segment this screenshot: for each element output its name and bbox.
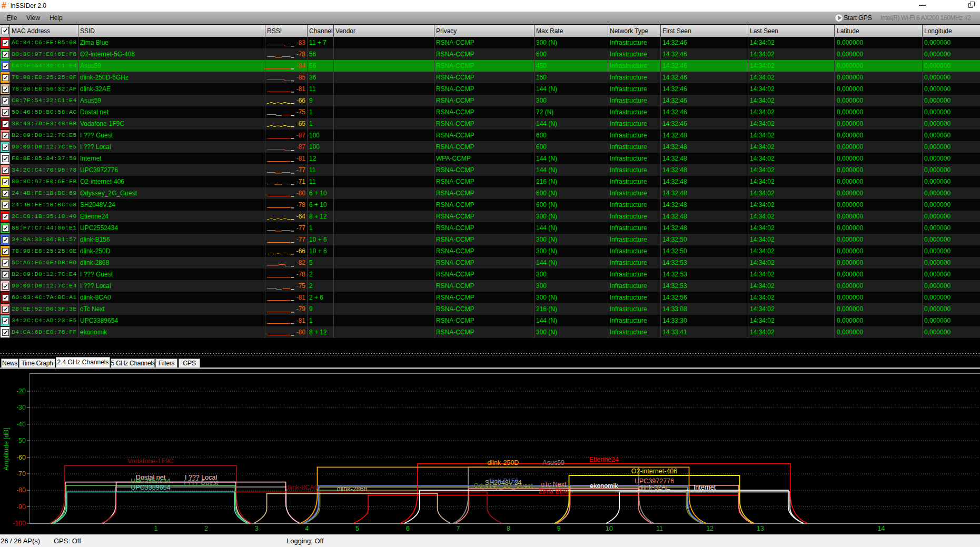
svg-text:8: 8 bbox=[507, 525, 510, 532]
svg-text:4: 4 bbox=[305, 525, 309, 532]
svg-text:7: 7 bbox=[456, 525, 460, 532]
svg-text:9: 9 bbox=[557, 525, 561, 532]
svg-text:2: 2 bbox=[204, 525, 208, 532]
svg-text:-40: -40 bbox=[16, 421, 26, 428]
svg-text:dlink-B156: dlink-B156 bbox=[488, 478, 519, 485]
svg-text:Etienne24: Etienne24 bbox=[589, 456, 619, 463]
svg-text:dlink-32AE: dlink-32AE bbox=[638, 484, 670, 491]
svg-text:Vodafone-1F9C: Vodafone-1F9C bbox=[127, 458, 174, 465]
svg-text:3: 3 bbox=[255, 525, 259, 532]
svg-text:Asus59: Asus59 bbox=[542, 459, 565, 466]
svg-text:-30: -30 bbox=[16, 404, 26, 411]
svg-text:ekonomik: ekonomik bbox=[590, 482, 618, 490]
svg-text:UPC3972776: UPC3972776 bbox=[635, 478, 674, 485]
svg-text:12: 12 bbox=[706, 525, 714, 532]
svg-text:13: 13 bbox=[757, 525, 764, 532]
svg-text:I ??? Local: I ??? Local bbox=[185, 474, 217, 481]
svg-text:dlink-8CA0: dlink-8CA0 bbox=[285, 484, 318, 491]
svg-text:UPC3389654: UPC3389654 bbox=[131, 484, 170, 491]
svg-text:oTc Next: oTc Next bbox=[541, 481, 567, 488]
svg-text:Amplitude [dB]: Amplitude [dB] bbox=[3, 427, 10, 470]
svg-text:-90: -90 bbox=[16, 503, 26, 511]
svg-text:-100: -100 bbox=[13, 520, 26, 527]
svg-text:11: 11 bbox=[656, 525, 663, 532]
svg-text:-50: -50 bbox=[16, 437, 26, 444]
svg-text:6: 6 bbox=[406, 525, 410, 532]
svg-text:-20: -20 bbox=[16, 387, 26, 395]
svg-text:1: 1 bbox=[154, 525, 158, 532]
svg-text:-70: -70 bbox=[16, 470, 26, 478]
svg-text:-60: -60 bbox=[16, 454, 26, 461]
svg-text:Internet: Internet bbox=[694, 484, 716, 491]
svg-text:10: 10 bbox=[606, 525, 613, 532]
svg-text:O2-internet-406: O2-internet-406 bbox=[631, 468, 678, 475]
svg-text:-80: -80 bbox=[16, 486, 26, 494]
svg-text:Zima Blue: Zima Blue bbox=[539, 488, 568, 495]
svg-text:dlink-2868: dlink-2868 bbox=[337, 485, 368, 493]
svg-text:dlink-250D: dlink-250D bbox=[488, 459, 519, 466]
svg-text:14: 14 bbox=[877, 525, 885, 532]
svg-text:5: 5 bbox=[355, 525, 359, 532]
